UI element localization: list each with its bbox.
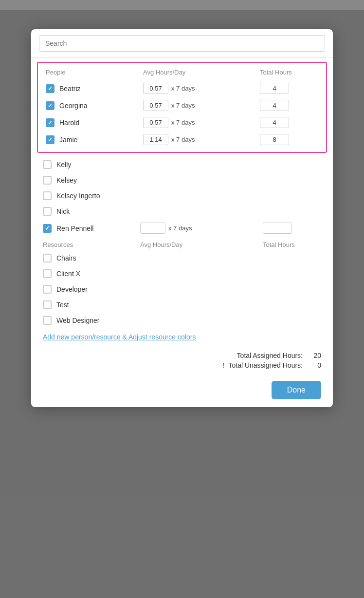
- resource-name-web-designer: Web Designer: [43, 316, 140, 325]
- highlighted-people-section: People Avg Hours/Day Total Hours Beatriz…: [37, 62, 327, 153]
- test-label: Test: [56, 301, 69, 309]
- georgina-avg-input[interactable]: [143, 100, 168, 111]
- harold-days-label: x 7 days: [171, 119, 195, 126]
- search-input[interactable]: [39, 35, 325, 52]
- resources-list: Chairs Client X Developer Test: [31, 250, 333, 328]
- checkbox-client-x[interactable]: [43, 269, 52, 278]
- georgina-days-label: x 7 days: [171, 102, 195, 109]
- checkbox-kelsey-ingerto[interactable]: [43, 191, 52, 200]
- harold-total-cell: [260, 117, 318, 128]
- warning-icon: !: [222, 361, 225, 369]
- person-row-jamie: Jamie x 7 days: [44, 131, 320, 148]
- ren-pennell-total-input[interactable]: [263, 223, 292, 234]
- beatriz-hours-cell: x 7 days: [143, 83, 260, 94]
- harold-hours-cell: x 7 days: [143, 117, 260, 128]
- checkbox-jamie[interactable]: [46, 135, 55, 144]
- total-assigned-label: Total Assigned Hours:: [237, 352, 303, 359]
- person-row-kelsey-ingerto: Kelsey Ingerto: [31, 188, 333, 204]
- person-row-nick: Nick: [31, 204, 333, 219]
- overlay: People Avg Hours/Day Total Hours Beatriz…: [0, 10, 364, 598]
- checkbox-harold[interactable]: [46, 118, 55, 127]
- kelsey-label: Kelsey: [56, 176, 77, 184]
- jamie-total-input[interactable]: [260, 134, 289, 145]
- total-unassigned-value: 0: [307, 361, 321, 369]
- ren-pennell-days-label: x 7 days: [168, 224, 192, 232]
- ren-pennell-label: Ren Pennell: [56, 224, 93, 232]
- resource-row-test: Test: [31, 297, 333, 313]
- developer-label: Developer: [56, 285, 88, 293]
- person-row-harold: Harold x 7 days: [44, 114, 320, 131]
- checkbox-georgina[interactable]: [46, 101, 55, 110]
- checkbox-test[interactable]: [43, 300, 52, 309]
- georgina-total-input[interactable]: [260, 100, 289, 111]
- resource-name-developer: Developer: [43, 285, 140, 294]
- total-assigned-row: Total Assigned Hours: 20: [43, 352, 321, 359]
- resource-name-chairs: Chairs: [43, 254, 140, 262]
- person-name-ren-pennell: Ren Pennell: [43, 224, 140, 233]
- jamie-avg-input[interactable]: [143, 134, 168, 145]
- people-section-header: People Avg Hours/Day Total Hours: [44, 67, 320, 78]
- resource-row-developer: Developer: [31, 281, 333, 297]
- modal: People Avg Hours/Day Total Hours Beatriz…: [31, 29, 333, 407]
- person-name-harold: Harold: [46, 118, 143, 127]
- jamie-total-cell: [260, 134, 318, 145]
- kelsey-ingerto-label: Kelsey Ingerto: [56, 192, 100, 200]
- checkbox-kelsey[interactable]: [43, 176, 52, 185]
- resources-avg-header-label: Avg Hours/Day: [140, 241, 263, 248]
- resource-name-test: Test: [43, 300, 140, 309]
- person-row-kelly: Kelly: [31, 157, 333, 172]
- resource-row-client-x: Client X: [31, 266, 333, 281]
- kelly-label: Kelly: [56, 161, 71, 168]
- resource-name-client-x: Client X: [43, 269, 140, 278]
- person-name-nick: Nick: [43, 207, 140, 216]
- checkbox-kelly[interactable]: [43, 160, 52, 169]
- checkbox-web-designer[interactable]: [43, 316, 52, 325]
- person-name-kelly: Kelly: [43, 160, 140, 169]
- person-name-georgina: Georgina: [46, 101, 143, 110]
- unchecked-people-list: Kelly Kelsey Kelsey Ingerto: [31, 157, 333, 237]
- checkbox-beatriz[interactable]: [46, 84, 55, 93]
- web-designer-label: Web Designer: [56, 317, 99, 324]
- checkbox-chairs[interactable]: [43, 254, 52, 262]
- total-unassigned-row: ! Total Unassigned Hours: 0: [43, 361, 321, 369]
- harold-label: Harold: [59, 119, 79, 127]
- jamie-days-label: x 7 days: [171, 136, 195, 143]
- summary-section: Total Assigned Hours: 20 ! Total Unassig…: [31, 346, 333, 377]
- chairs-label: Chairs: [56, 254, 76, 262]
- add-person-resource-link[interactable]: Add new person/resource & Adjust resourc…: [31, 328, 333, 346]
- resources-header-label: Resources: [43, 241, 140, 248]
- checkbox-nick[interactable]: [43, 207, 52, 216]
- harold-total-input[interactable]: [260, 117, 289, 128]
- checkbox-developer[interactable]: [43, 285, 52, 294]
- ren-pennell-total-cell: [263, 223, 321, 234]
- beatriz-label: Beatriz: [59, 85, 81, 93]
- person-name-kelsey: Kelsey: [43, 176, 140, 185]
- avg-header-label: Avg Hours/Day: [143, 69, 260, 76]
- resources-section-header: Resources Avg Hours/Day Total Hours: [31, 237, 333, 250]
- resource-row-web-designer: Web Designer: [31, 313, 333, 328]
- done-button[interactable]: Done: [272, 381, 321, 399]
- client-x-label: Client X: [56, 270, 80, 278]
- georgina-label: Georgina: [59, 102, 88, 110]
- resources-total-header-label: Total Hours: [263, 241, 321, 248]
- ren-pennell-avg-input[interactable]: [140, 223, 165, 234]
- people-header-label: People: [46, 69, 143, 76]
- georgina-total-cell: [260, 100, 318, 111]
- harold-avg-input[interactable]: [143, 117, 168, 128]
- total-unassigned-label: Total Unassigned Hours:: [228, 361, 303, 369]
- total-header-label: Total Hours: [260, 69, 318, 76]
- person-row-kelsey: Kelsey: [31, 172, 333, 188]
- nick-label: Nick: [56, 207, 70, 215]
- beatriz-total-input[interactable]: [260, 83, 289, 94]
- person-name-jamie: Jamie: [46, 135, 143, 144]
- done-button-row: Done: [31, 377, 333, 407]
- resource-row-chairs: Chairs: [31, 250, 333, 266]
- person-row-ren-pennell: Ren Pennell x 7 days: [31, 219, 333, 237]
- search-container: [31, 29, 333, 58]
- person-name-beatriz: Beatriz: [46, 84, 143, 93]
- beatriz-total-cell: [260, 83, 318, 94]
- beatriz-avg-input[interactable]: [143, 83, 168, 94]
- jamie-hours-cell: x 7 days: [143, 134, 260, 145]
- checkbox-ren-pennell[interactable]: [43, 224, 52, 233]
- total-assigned-value: 20: [307, 352, 321, 359]
